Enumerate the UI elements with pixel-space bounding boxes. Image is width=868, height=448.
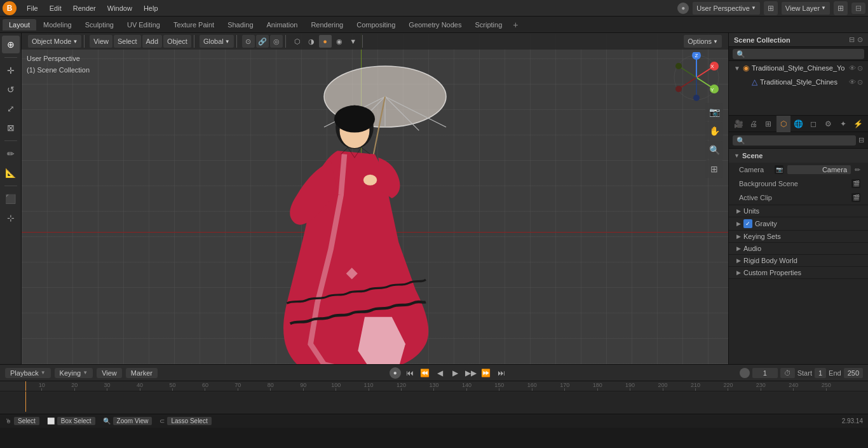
add-cube-tool[interactable]: ⬛ xyxy=(2,190,20,208)
keying-btn[interactable]: Keying ▼ xyxy=(55,368,93,378)
camera-edit-btn[interactable]: ✏ xyxy=(855,166,860,174)
jump-start-btn[interactable]: ⏮ xyxy=(403,367,416,379)
play-pause-btn[interactable]: ▶ xyxy=(449,367,462,379)
scale-tool[interactable]: ⤢ xyxy=(2,100,20,118)
tab-animation[interactable]: Animation xyxy=(261,19,304,31)
move-tool[interactable]: ✛ xyxy=(2,62,20,79)
outliner-item-0[interactable]: ▼ ◉ Traditional_Style_Chinese_Yo 👁 ⊙ xyxy=(729,61,868,75)
outliner-item-1[interactable]: ▶ △ Traditional_Style_Chines 👁 ⊙ xyxy=(729,75,868,89)
outliner-sync-btn[interactable]: ⊙ xyxy=(857,36,863,44)
jump-end-btn[interactable]: ⏭ xyxy=(495,367,508,379)
camera-view-btn[interactable]: 📷 xyxy=(705,103,723,121)
start-frame-input[interactable]: 1 xyxy=(815,368,826,378)
tab-sculpting[interactable]: Sculpting xyxy=(79,19,120,31)
add-workspace-btn[interactable]: + xyxy=(509,18,522,31)
pivot-point-btn[interactable]: ⊙ xyxy=(242,35,255,48)
playback-btn[interactable]: Playback ▼ xyxy=(5,368,51,378)
properties-search-input[interactable] xyxy=(733,135,856,146)
props-modifier-icon-btn[interactable]: ⚙ xyxy=(821,116,836,132)
menu-render[interactable]: Render xyxy=(68,3,101,13)
tab-layout[interactable]: Layout xyxy=(3,19,36,31)
end-frame-input[interactable]: 250 xyxy=(844,368,863,378)
next-keyframe-btn[interactable]: ⏩ xyxy=(480,367,492,379)
camera-value[interactable]: Camera xyxy=(787,165,851,174)
local-view-btn[interactable]: ⊞ xyxy=(705,160,723,178)
next-frame-btn[interactable]: ▶▶ xyxy=(465,367,477,379)
select-label[interactable]: Select xyxy=(14,417,39,425)
props-filter-icon[interactable]: ⊟ xyxy=(858,136,864,144)
timeline-track[interactable] xyxy=(0,391,868,412)
menu-help[interactable]: Help xyxy=(139,3,163,13)
props-output-icon-btn[interactable]: 🖨 xyxy=(747,116,761,132)
tab-scripting[interactable]: Scripting xyxy=(468,19,508,31)
props-world-icon-btn[interactable]: 🌐 xyxy=(791,116,806,132)
filter-btn[interactable]: ⊟ xyxy=(851,3,865,14)
gravity-header[interactable]: ▶ ✓ Gravity xyxy=(729,217,868,230)
outliner-vis-icon-0[interactable]: 👁 xyxy=(849,64,856,72)
box-select-label[interactable]: Box Select xyxy=(57,417,95,425)
tab-rendering[interactable]: Rendering xyxy=(304,19,349,31)
viewport-gizmo[interactable]: X Y Z xyxy=(671,52,722,103)
menu-file[interactable]: File xyxy=(22,3,43,13)
scene-selector[interactable]: User Perspective ▼ xyxy=(693,2,760,15)
units-header[interactable]: ▶ Units xyxy=(729,205,868,217)
outliner-vis-icon-1[interactable]: 👁 xyxy=(849,78,856,86)
object-mode-btn[interactable]: Object Mode ▼ xyxy=(28,35,81,48)
scene-options-btn[interactable]: ⊞ xyxy=(764,1,778,15)
tab-modeling[interactable]: Modeling xyxy=(37,19,78,31)
tab-geometry-nodes[interactable]: Geometry Nodes xyxy=(402,19,468,31)
hand-tool-btn[interactable]: ✋ xyxy=(705,122,723,140)
tab-shading[interactable]: Shading xyxy=(221,19,259,31)
props-view-layer-icon-btn[interactable]: ⊞ xyxy=(761,116,776,132)
tab-texture-paint[interactable]: Texture Paint xyxy=(167,19,220,31)
transform-orientation-btn[interactable]: Global ▼ xyxy=(200,35,234,48)
snapping-btn[interactable]: 🔗 xyxy=(256,35,269,48)
current-frame-display[interactable]: 1 xyxy=(752,368,778,378)
fps-btn[interactable]: ⏱ xyxy=(780,368,795,378)
lasso-select-label[interactable]: Lasso Select xyxy=(167,417,211,425)
props-scene-icon-btn[interactable]: ⬡ xyxy=(776,116,791,132)
props-particles-icon-btn[interactable]: ✦ xyxy=(836,116,851,132)
timeline-view-btn[interactable]: View xyxy=(97,368,122,378)
props-physics-icon-btn[interactable]: ⚡ xyxy=(851,116,866,132)
rotate-tool[interactable]: ↺ xyxy=(2,81,20,98)
outliner-search-input[interactable] xyxy=(733,49,864,59)
viewport[interactable]: Object Mode ▼ View Select Add Object xyxy=(22,33,728,364)
tab-uv-editing[interactable]: UV Editing xyxy=(121,19,166,31)
zoom-btn[interactable]: 🔍 xyxy=(705,141,723,159)
view-layer-options-btn[interactable]: ⊞ xyxy=(834,1,848,15)
viewport-shading-wire[interactable]: ⬡ xyxy=(291,35,304,48)
prev-frame-btn[interactable]: ◀ xyxy=(434,367,447,379)
props-object-icon-btn[interactable]: ◻ xyxy=(806,116,821,132)
marker-btn[interactable]: Marker xyxy=(126,368,158,378)
annotate-tool[interactable]: ✏ xyxy=(2,145,20,163)
audio-header[interactable]: ▶ Audio xyxy=(729,243,868,254)
view-menu-btn[interactable]: View xyxy=(90,35,112,48)
cursor-tool[interactable]: ⊕ xyxy=(2,36,20,53)
viewport-shading-solid[interactable]: ◑ xyxy=(305,35,318,48)
play-btn[interactable]: ● xyxy=(390,367,401,379)
outliner-filter-btn[interactable]: ⊟ xyxy=(849,36,855,44)
active-clip-icon-btn[interactable]: 🎬 xyxy=(851,193,860,202)
gravity-checkbox[interactable]: ✓ xyxy=(743,219,752,228)
transform-tool[interactable]: ⊠ xyxy=(2,119,20,137)
bg-scene-icon-btn[interactable]: 🎬 xyxy=(851,179,860,188)
options-btn[interactable]: Options ▼ xyxy=(684,35,722,48)
shading-options-btn[interactable]: ▼ xyxy=(347,35,360,48)
tab-compositing[interactable]: Compositing xyxy=(350,19,402,31)
scene-section-header[interactable]: ▼ Scene xyxy=(729,149,868,163)
measure-tool[interactable]: 📐 xyxy=(2,164,20,182)
keying-sets-header[interactable]: ▶ Keying Sets xyxy=(729,231,868,242)
select-menu-btn[interactable]: Select xyxy=(114,35,141,48)
menu-edit[interactable]: Edit xyxy=(44,3,67,13)
menu-window[interactable]: Window xyxy=(102,3,137,13)
rigid-body-header[interactable]: ▶ Rigid Body World xyxy=(729,255,868,266)
zoom-view-label[interactable]: Zoom View xyxy=(113,417,153,425)
outliner-render-icon-0[interactable]: ⊙ xyxy=(857,64,863,72)
prev-keyframe-btn[interactable]: ⏪ xyxy=(419,367,431,379)
object-menu-btn[interactable]: Object xyxy=(163,35,191,48)
outliner-render-icon-1[interactable]: ⊙ xyxy=(857,78,863,86)
viewport-shading-material[interactable]: ● xyxy=(319,35,332,48)
extra-tool[interactable]: ⊹ xyxy=(2,209,20,227)
frame-picker-btn[interactable] xyxy=(740,368,750,378)
